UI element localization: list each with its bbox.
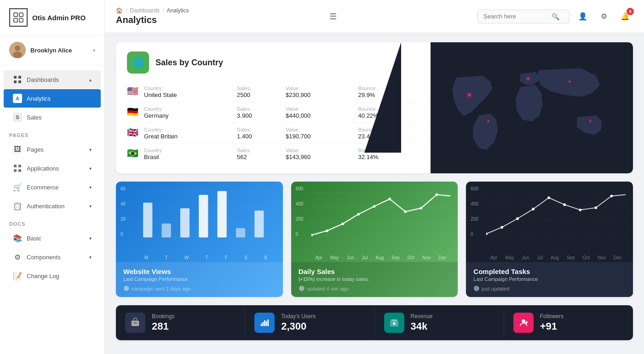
hamburger-button[interactable]: ☰ xyxy=(326,10,340,23)
country-table: 🇺🇸 Country:United State Sales:2500 Value… xyxy=(127,82,420,164)
sidebar: Otis Admin PRO Brooklyn Alice ▾ Dashboar… xyxy=(0,0,105,354)
website-views-chart: 60 40 20 0 xyxy=(116,182,283,255)
website-views-footer: 🕐 campaign sent 2 days ago xyxy=(123,285,276,291)
country-value-1: United State xyxy=(144,91,231,98)
sidebar-item-sales[interactable]: S Sales xyxy=(4,108,101,126)
ds-apr: Apr xyxy=(315,255,322,260)
sidebar-item-dashboards[interactable]: Dashboards ▴ xyxy=(4,70,101,89)
ds-oct: Oct xyxy=(408,255,415,260)
logo-icon xyxy=(9,8,28,27)
bounce-label-1: Bounce: xyxy=(358,86,414,91)
country-value-3: Great Britain xyxy=(144,133,231,140)
profile-button[interactable]: 👤 xyxy=(575,9,591,24)
ds-nov: Nov xyxy=(422,255,431,260)
value-value-4: $143,960 xyxy=(286,154,353,160)
breadcrumb-sep-1: / xyxy=(126,7,127,14)
svg-rect-60 xyxy=(133,322,137,324)
sales-value-2: 3.900 xyxy=(237,112,280,119)
y-label-0: 0 xyxy=(121,232,126,237)
ecommerce-icon: 🛒 xyxy=(13,183,22,192)
svg-rect-61 xyxy=(261,324,262,326)
sales-value-1: 2500 xyxy=(237,91,280,98)
svg-point-45 xyxy=(435,194,438,196)
ct-y-600: 600 xyxy=(471,186,478,191)
app-name: Otis Admin PRO xyxy=(32,14,86,22)
charts-row: 60 40 20 0 xyxy=(116,182,633,297)
breadcrumb-analytics: Analytics xyxy=(167,7,189,14)
svg-rect-30 xyxy=(218,191,227,238)
ds-y-400: 400 xyxy=(296,201,304,206)
search-input[interactable] xyxy=(483,13,548,20)
gb-flag: 🇬🇧 xyxy=(127,127,138,137)
sidebar-item-applications-label: Applications xyxy=(27,165,85,172)
svg-rect-8 xyxy=(18,76,21,79)
svg-rect-9 xyxy=(14,80,17,83)
chevron-up-icon: ▴ xyxy=(89,77,92,82)
settings-button[interactable]: ⚙ xyxy=(596,9,612,24)
sidebar-item-ecommerce[interactable]: 🛒 Ecommerce ▾ xyxy=(4,178,101,196)
ct-apr: Apr xyxy=(490,255,498,260)
revenue-label: Revenue xyxy=(411,313,433,320)
header-right: 🔍 👤 ⚙ 🔔 9 xyxy=(477,9,633,24)
changelog-icon: 📝 xyxy=(13,271,22,280)
sales-sub-icon: S xyxy=(13,113,22,122)
sidebar-item-components[interactable]: ⚙ Components ▾ xyxy=(4,248,101,266)
main-content: 🏠 / Dashboards / Analytics Analytics ☰ 🔍… xyxy=(105,0,644,354)
bounce-value-1: 29.9% xyxy=(358,91,414,98)
analytics-sub-icon: A xyxy=(13,94,22,103)
y-label-60: 60 xyxy=(121,186,126,191)
sidebar-item-applications[interactable]: Applications ▾ xyxy=(4,159,101,177)
sidebar-item-changelog[interactable]: 📝 Change Log xyxy=(4,267,101,285)
stat-users: Today's Users 2,300 xyxy=(245,305,374,340)
completed-tasks-title: Completed Tasks xyxy=(473,268,626,275)
svg-point-16 xyxy=(527,77,530,80)
sidebar-item-authentication[interactable]: 📋 Authentication ▾ xyxy=(4,197,101,215)
x-label-s2: S xyxy=(264,255,267,260)
svg-point-37 xyxy=(311,234,313,237)
daily-sales-chart: 600 400 200 0 xyxy=(291,182,458,255)
chevron-down-auth-icon: ▾ xyxy=(89,204,92,209)
search-icon: 🔍 xyxy=(552,13,559,20)
table-row: 🇩🇪 Country:Germany Sales:3.900 Value:$44… xyxy=(127,103,420,123)
home-icon[interactable]: 🏠 xyxy=(116,7,123,14)
app-logo: Otis Admin PRO xyxy=(0,0,104,35)
line-chart-svg-dark xyxy=(486,189,626,240)
bookings-info: Bookings 281 xyxy=(152,313,174,332)
svg-rect-64 xyxy=(266,321,267,326)
x-label-t2: T xyxy=(206,255,208,260)
svg-rect-3 xyxy=(19,18,23,22)
daily-sales-subtitle: (+15%) increase in today sales. xyxy=(299,276,451,282)
sales-label-1: Sales: xyxy=(237,86,280,91)
header: 🏠 / Dashboards / Analytics Analytics ☰ 🔍… xyxy=(105,0,644,33)
users-info: Today's Users 2,300 xyxy=(281,313,316,332)
username: Brooklyn Alice xyxy=(30,47,88,54)
user-profile[interactable]: Brooklyn Alice ▾ xyxy=(0,35,104,65)
breadcrumb-dashboards[interactable]: Dashboards xyxy=(130,7,160,14)
website-views-card: 60 40 20 0 xyxy=(116,182,283,297)
search-box[interactable]: 🔍 xyxy=(477,10,569,23)
website-views-info: Website Views Last Campaign Performance … xyxy=(116,262,283,297)
y-label-20: 20 xyxy=(121,217,126,222)
daily-sales-percent: (+15%) xyxy=(299,276,315,282)
users-value: 2,300 xyxy=(281,320,316,332)
daily-sales-footer: 🕐 updated 4 min ago xyxy=(299,285,451,291)
header-center: ☰ xyxy=(326,10,340,23)
svg-point-55 xyxy=(564,203,566,206)
world-map-container: .land { fill: #2d3450; stroke: #3d4460; … xyxy=(431,42,633,173)
svg-rect-65 xyxy=(268,320,269,326)
sidebar-item-pages[interactable]: 🖼 Pages ▾ xyxy=(4,140,101,159)
us-flag: 🇺🇸 xyxy=(127,86,138,96)
sidebar-item-basic[interactable]: 📚 Basic ▾ xyxy=(4,229,101,247)
notifications-button[interactable]: 🔔 9 xyxy=(617,9,633,24)
map-svg: .land { fill: #2d3450; stroke: #3d4460; … xyxy=(435,55,628,161)
line-chart-svg-green xyxy=(311,189,451,240)
clock-icon: 🕐 xyxy=(123,285,130,291)
followers-info: Followers +91 xyxy=(540,313,564,332)
table-row: 🇬🇧 Country:Great Britain Sales:1.400 Val… xyxy=(127,123,420,144)
card-header: 🌐 Sales by Country xyxy=(127,51,420,74)
sales-value-4: 562 xyxy=(237,154,280,160)
sales-country-table: 🌐 Sales by Country 🇺🇸 Country:United Sta… xyxy=(116,42,431,173)
y-label-40: 40 xyxy=(121,201,126,206)
avatar xyxy=(9,42,26,58)
sidebar-item-analytics[interactable]: A Analytics xyxy=(4,89,101,108)
